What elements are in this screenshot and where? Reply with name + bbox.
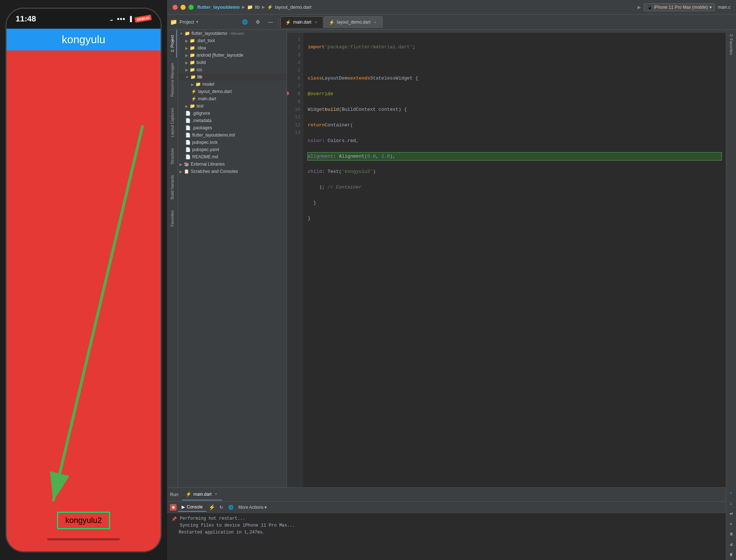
file-tree-path: ~/develo: [229, 31, 244, 36]
traffic-light-red[interactable]: [173, 5, 178, 10]
file-tree: ▼ 📁 flutter_layoutdemo ~/develo ▶ 📁 .dar…: [178, 30, 287, 487]
sidebar-item-favorites[interactable]: Favorites: [168, 205, 177, 232]
file-item-pubspec-lock[interactable]: 📄 pubspec.lock: [178, 139, 287, 146]
file-gitignore-label: .gitignore: [192, 111, 210, 116]
file-metadata-label: .metadata: [192, 118, 211, 123]
file-item-gitignore[interactable]: 📄 .gitignore: [178, 110, 287, 117]
console-tab-btn[interactable]: ▶ Console: [178, 503, 206, 512]
file-item-build[interactable]: ▶ 📁 build: [178, 59, 287, 66]
run-label: Run:: [170, 492, 179, 497]
refresh-btn[interactable]: ↻: [217, 503, 225, 511]
run-tab-close[interactable]: ×: [213, 492, 218, 497]
sidebar-item-structure[interactable]: Structure: [168, 143, 177, 170]
file-item-scratches[interactable]: ▶ 📋 Scratches and Consoles: [178, 168, 287, 175]
file-item-metadata[interactable]: 📄 .metadata: [178, 117, 287, 124]
file-item-external-libs[interactable]: ▶ 📚 External Libraries: [178, 161, 287, 168]
sidebar-item-build[interactable]: Build Variants: [168, 170, 177, 205]
file-item-android[interactable]: ▶ 📁 android [flutter_layoutde: [178, 52, 287, 59]
project-label[interactable]: Project: [179, 19, 194, 25]
title-project-name[interactable]: flutter_layoutdemo: [197, 4, 240, 10]
console-line-3: Restarted application in 1,247ms.: [179, 529, 732, 536]
folder-model-icon: 📁: [195, 82, 201, 87]
code-content[interactable]: import 'package:flutter/material.dart'; …: [303, 33, 726, 487]
list2-btn[interactable]: ≣: [727, 530, 735, 538]
wrap-btn[interactable]: ⇌: [727, 510, 735, 518]
tab-layout-label: layout_demo.dart: [337, 20, 371, 25]
phone-home-indicator: [47, 538, 120, 540]
up-arrow-btn[interactable]: ↑: [727, 489, 735, 497]
file-main-label: main.dart: [198, 96, 216, 101]
file-item-lib[interactable]: ▼ 📁 lib: [178, 73, 287, 81]
phone-frame: 11:48 ▲ ●●● ▐ DEBUG kongyulu: [5, 8, 162, 552]
traffic-light-yellow[interactable]: [181, 5, 186, 10]
file-tree-root-label: flutter_layoutdemo: [191, 31, 227, 36]
print-btn[interactable]: 🖨: [727, 540, 735, 548]
tab-main-dart[interactable]: ⚡ main.dart ×: [280, 16, 323, 28]
bottom-panel: Run: ⚡ main.dart × ■ ▶ Console ⚡ ↻ 🌐 Mor…: [167, 487, 736, 560]
tab-layout-demo[interactable]: ⚡ layout_demo.dart ×: [324, 16, 383, 28]
file-item-main[interactable]: ⚡ main.dart: [178, 95, 287, 102]
bottom-panel-tabs: Run: ⚡ main.dart ×: [167, 488, 736, 502]
more-actions-chevron: ▾: [264, 505, 267, 510]
dart-icon-main: ⚡: [191, 96, 197, 101]
title-lib: 📁: [247, 4, 253, 10]
stop-button[interactable]: ■: [170, 504, 177, 511]
down-arrow-btn[interactable]: ↓: [727, 499, 735, 507]
file-item-test[interactable]: ▶ 📁 test: [178, 102, 287, 110]
trash-btn[interactable]: 🗑: [727, 550, 735, 558]
file-dart-tool-label: .dart_tool: [197, 38, 215, 43]
ide-main: 1: Project Resource Manager Layout Captu…: [167, 30, 736, 487]
dart-icon-tab1: ⚡: [285, 20, 291, 25]
dart-icon-run: ⚡: [186, 491, 191, 497]
file-pubspec-lock-icon: 📄: [185, 140, 191, 145]
settings-btn[interactable]: ⚙: [253, 18, 263, 26]
debug-badge: DEBUG: [134, 15, 152, 23]
file-lib-label: lib: [197, 74, 202, 80]
file-tree-root[interactable]: ▼ 📁 flutter_layoutdemo ~/develo: [178, 30, 287, 37]
file-item-readme[interactable]: 📄 README.md: [178, 153, 287, 161]
folder-idea-icon: 📁: [190, 45, 195, 50]
sidebar-right-item[interactable]: 2: Favorites: [727, 30, 735, 59]
more-actions-button[interactable]: More Actions ▾: [236, 504, 269, 511]
folder-ios-icon: 📁: [190, 67, 195, 72]
file-item-idea[interactable]: ▶ 📁 .idea: [178, 44, 287, 52]
lightning-btn[interactable]: ⚡: [208, 503, 216, 511]
file-pubspec-lock-label: pubspec.lock: [192, 140, 218, 145]
tab-layout-close[interactable]: ×: [373, 20, 378, 25]
file-pubspec-yaml-icon: 📄: [185, 147, 191, 152]
device-selector[interactable]: 📱 iPhone 11 Pro Max (mobile) ▾: [644, 3, 715, 11]
chevron-scratches: ▶: [179, 170, 182, 174]
file-packages-icon: 📄: [185, 125, 191, 130]
folder-scratches-icon: 📋: [184, 169, 189, 174]
svg-line-1: [53, 125, 143, 501]
console-line-1: Performing hot restart...: [179, 515, 732, 522]
file-item-ios[interactable]: ▶ 📁 ios: [178, 66, 287, 73]
collapse-btn[interactable]: —: [265, 18, 276, 26]
file-item-iml[interactable]: 📄 flutter_layoutdemo.iml: [178, 131, 287, 139]
file-item-layout-demo[interactable]: ⚡ layout_demo.dart: [178, 88, 287, 95]
main-c-tab: main.c: [718, 5, 731, 10]
signal-icon: ●●●: [117, 16, 125, 21]
tab-main-close[interactable]: ×: [314, 20, 319, 25]
sidebar-item-project[interactable]: 1: Project: [168, 30, 177, 57]
sidebar-item-layout[interactable]: Layout Captures: [168, 102, 177, 143]
traffic-light-green[interactable]: [189, 5, 194, 10]
file-item-model[interactable]: ▶ 📁 model: [178, 81, 287, 88]
file-pubspec-yaml-label: pubspec.yaml: [192, 147, 219, 152]
title-file-label[interactable]: layout_demo.dart: [275, 4, 311, 10]
globe-btn[interactable]: 🌐: [239, 18, 251, 26]
list-btn[interactable]: ≡: [727, 520, 735, 528]
chevron-android: ▶: [185, 53, 188, 57]
code-editor[interactable]: 1 2 3 4 5 6 7 8 9 10 11 12 13: [287, 30, 726, 487]
console-output-area[interactable]: 📌 Performing hot restart... Syncing file…: [167, 513, 736, 560]
globe-console-btn[interactable]: 🌐: [227, 503, 235, 511]
file-idea-label: .idea: [197, 45, 206, 50]
file-item-dart-tool[interactable]: ▶ 📁 .dart_tool: [178, 37, 287, 44]
file-item-packages[interactable]: 📄 .packages: [178, 124, 287, 131]
sidebar-item-resource[interactable]: Resource Manager: [168, 57, 177, 102]
ide-toolbar: 📁 Project ▾ 🌐 ⚙ — ⚡ main.dart × ⚡ layout…: [167, 15, 736, 30]
file-item-pubspec-yaml[interactable]: 📄 pubspec.yaml: [178, 146, 287, 153]
console-pin-icon: 📌: [171, 516, 177, 523]
ide-container: flutter_layoutdemo ▶ 📁 lib ▶ ⚡ layout_de…: [167, 0, 736, 560]
tab-run-main[interactable]: ⚡ main.dart ×: [182, 489, 222, 500]
